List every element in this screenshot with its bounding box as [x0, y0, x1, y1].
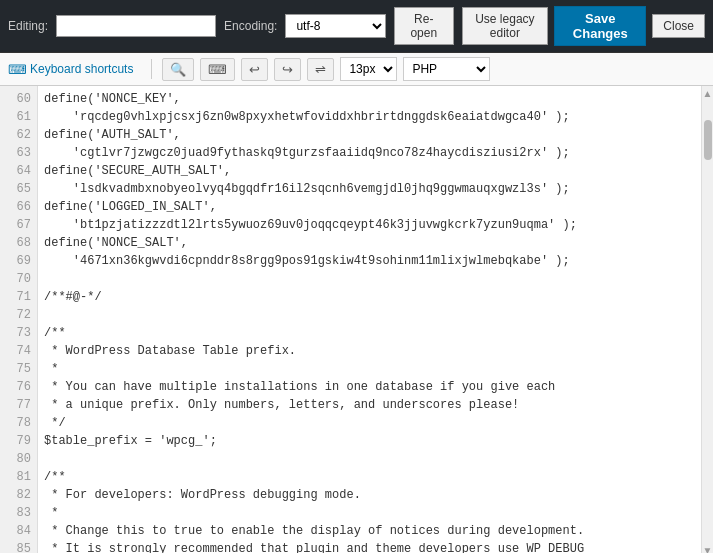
editing-label: Editing:	[8, 19, 48, 33]
reopen-button[interactable]: Re-open	[394, 7, 454, 45]
editor-area: 6061626364656667686970717273747576777879…	[0, 86, 713, 553]
line-number: 73	[0, 324, 37, 342]
line-number: 80	[0, 450, 37, 468]
scrollbar-thumb[interactable]	[704, 120, 712, 160]
redo-button[interactable]: ↪	[274, 58, 301, 81]
save-changes-button[interactable]: Save Changes	[554, 6, 646, 46]
encoding-label: Encoding:	[224, 19, 277, 33]
line-number: 71	[0, 288, 37, 306]
vertical-scrollbar[interactable]: ▲ ▼	[701, 86, 713, 553]
scroll-up-arrow[interactable]: ▲	[703, 88, 713, 100]
line-number: 84	[0, 522, 37, 540]
code-line: * It is strongly recommended that plugin…	[44, 540, 695, 553]
line-number: 69	[0, 252, 37, 270]
line-numbers: 6061626364656667686970717273747576777879…	[0, 86, 38, 553]
encoding-select[interactable]: utf-8 utf-16 iso-8859-1	[285, 14, 386, 38]
code-line: * For developers: WordPress debugging mo…	[44, 486, 695, 504]
line-number: 63	[0, 144, 37, 162]
editing-file-input[interactable]	[56, 15, 216, 37]
line-number: 66	[0, 198, 37, 216]
code-line: *	[44, 504, 695, 522]
code-line: * Change this to true to enable the disp…	[44, 522, 695, 540]
code-line: define('SECURE_AUTH_SALT',	[44, 162, 695, 180]
line-number: 68	[0, 234, 37, 252]
line-number: 61	[0, 108, 37, 126]
code-line: define('LOGGED_IN_SALT',	[44, 198, 695, 216]
code-line: '4671xn36kgwvdi6cpnddr8s8rgg9pos91gskiw4…	[44, 252, 695, 270]
code-line: * a unique prefix. Only numbers, letters…	[44, 396, 695, 414]
code-line	[44, 306, 695, 324]
line-number: 75	[0, 360, 37, 378]
code-content[interactable]: define('NONCE_KEY', 'rqcdeg0vhlxpjcsxj6z…	[38, 86, 701, 553]
code-line: $table_prefix = 'wpcg_';	[44, 432, 695, 450]
line-number: 79	[0, 432, 37, 450]
code-line: * WordPress Database Table prefix.	[44, 342, 695, 360]
code-line: 'rqcdeg0vhlxpjcsxj6zn0w8pxyxhetwfoviddxh…	[44, 108, 695, 126]
line-number: 70	[0, 270, 37, 288]
code-line: 'lsdkvadmbxnobyeolvyq4bgqdfr16il2sqcnh6v…	[44, 180, 695, 198]
code-line: /**#@-*/	[44, 288, 695, 306]
format-button[interactable]: ⇌	[307, 58, 334, 81]
code-line: 'bt1pzjatizzzdtl2lrts5ywuoz69uv0joqqcqey…	[44, 216, 695, 234]
line-number: 83	[0, 504, 37, 522]
toolbar-separator-1	[151, 59, 152, 79]
line-number: 77	[0, 396, 37, 414]
line-number: 76	[0, 378, 37, 396]
line-number: 78	[0, 414, 37, 432]
code-line	[44, 270, 695, 288]
undo-button[interactable]: ↩	[241, 58, 268, 81]
close-button[interactable]: Close	[652, 14, 705, 38]
scroll-down-arrow[interactable]: ▼	[703, 545, 713, 553]
code-line: define('AUTH_SALT',	[44, 126, 695, 144]
line-number: 72	[0, 306, 37, 324]
search-button[interactable]: 🔍	[162, 58, 194, 81]
code-line: define('NONCE_KEY',	[44, 90, 695, 108]
legacy-editor-button[interactable]: Use legacy editor	[462, 7, 549, 45]
code-line: * You can have multiple installations in…	[44, 378, 695, 396]
keyboard-shortcuts-link[interactable]: Keyboard shortcuts	[8, 62, 133, 77]
top-bar: Editing: Encoding: utf-8 utf-16 iso-8859…	[0, 0, 713, 53]
code-line: /**	[44, 468, 695, 486]
font-size-select[interactable]: 13px 11px 14px 16px	[340, 57, 397, 81]
line-number: 60	[0, 90, 37, 108]
terminal-button[interactable]: ⌨	[200, 58, 235, 81]
toolbar: Keyboard shortcuts 🔍 ⌨ ↩ ↪ ⇌ 13px 11px 1…	[0, 53, 713, 86]
line-number: 82	[0, 486, 37, 504]
line-number: 62	[0, 126, 37, 144]
code-line: */	[44, 414, 695, 432]
line-number: 85	[0, 540, 37, 553]
code-line: 'cgtlvr7jzwgcz0juad9fythaskq9tgurzsfaaii…	[44, 144, 695, 162]
line-number: 67	[0, 216, 37, 234]
code-line: *	[44, 360, 695, 378]
line-number: 65	[0, 180, 37, 198]
code-line: define('NONCE_SALT',	[44, 234, 695, 252]
line-number: 81	[0, 468, 37, 486]
code-line	[44, 450, 695, 468]
language-select[interactable]: PHP JavaScript CSS HTML	[403, 57, 490, 81]
code-line: /**	[44, 324, 695, 342]
line-number: 64	[0, 162, 37, 180]
line-number: 74	[0, 342, 37, 360]
